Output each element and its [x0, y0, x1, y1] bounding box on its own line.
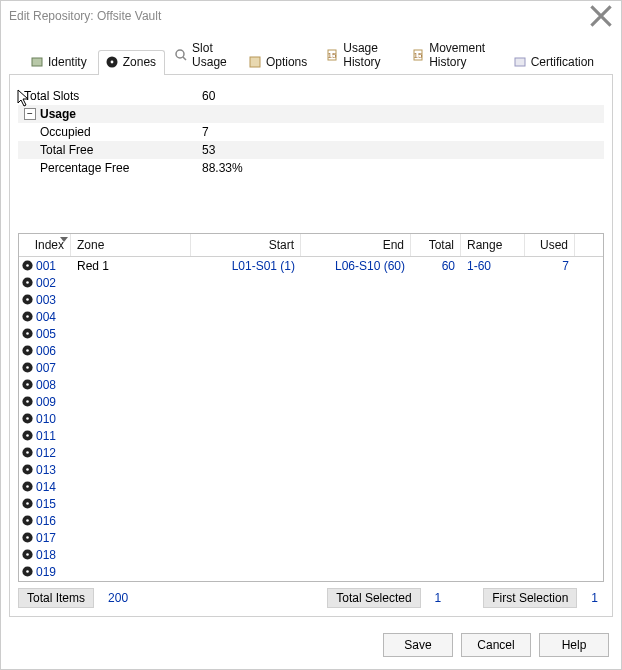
tabbar: Identity Zones Slot Usage Options 15 Usa…: [9, 31, 613, 75]
table-row[interactable]: 018: [19, 546, 603, 563]
summary-label: Percentage Free: [18, 161, 198, 175]
tab-usage-history[interactable]: 15 Usage History: [318, 36, 402, 75]
cell-index: 013: [19, 463, 71, 477]
cell-index: 004: [19, 310, 71, 324]
summary-usage-group[interactable]: − Usage: [18, 105, 604, 123]
grid-body[interactable]: 001Red 1L01-S01 (1)L06-S10 (60)601-60700…: [19, 257, 603, 581]
cell-index: 017: [19, 531, 71, 545]
usage-history-icon: 15: [325, 48, 339, 62]
cell-index: 018: [19, 548, 71, 562]
svg-point-2: [110, 61, 113, 64]
svg-text:15: 15: [414, 51, 423, 60]
cell-index: 019: [19, 565, 71, 579]
tab-label: Identity: [48, 55, 87, 69]
table-row[interactable]: 008: [19, 376, 603, 393]
cell-range: 1-60: [461, 259, 525, 273]
table-row[interactable]: 006: [19, 342, 603, 359]
summary-label: Total Slots: [18, 89, 198, 103]
summary-value: 7: [198, 125, 604, 139]
col-start[interactable]: Start: [191, 234, 301, 256]
table-row[interactable]: 016: [19, 512, 603, 529]
svg-point-38: [26, 485, 29, 488]
cancel-button[interactable]: Cancel: [461, 633, 531, 657]
col-range[interactable]: Range: [461, 234, 525, 256]
table-row[interactable]: 011: [19, 427, 603, 444]
table-row[interactable]: 001Red 1L01-S01 (1)L06-S10 (60)601-607: [19, 257, 603, 274]
window-title: Edit Repository: Offsite Vault: [9, 9, 161, 23]
tab-options[interactable]: Options: [241, 50, 316, 75]
table-row[interactable]: 013: [19, 461, 603, 478]
cell-index: 003: [19, 293, 71, 307]
cell-index: 011: [19, 429, 71, 443]
tab-label: Zones: [123, 55, 156, 69]
cell-index: 002: [19, 276, 71, 290]
status-value: 1: [585, 589, 604, 607]
table-row[interactable]: 015: [19, 495, 603, 512]
tab-certification[interactable]: Certification: [506, 50, 603, 75]
help-button[interactable]: Help: [539, 633, 609, 657]
edit-repository-window: Edit Repository: Offsite Vault Identity …: [0, 0, 622, 670]
close-icon[interactable]: [589, 4, 613, 28]
tab-identity[interactable]: Identity: [23, 50, 96, 75]
summary-value: 60: [198, 89, 604, 103]
tree-collapse-icon[interactable]: −: [24, 108, 36, 120]
col-zone[interactable]: Zone: [71, 234, 191, 256]
col-index[interactable]: Index: [19, 234, 71, 256]
table-row[interactable]: 020: [19, 580, 603, 581]
summary-total-free: Total Free 53: [18, 141, 604, 159]
movement-history-icon: 15: [411, 48, 425, 62]
svg-rect-0: [32, 58, 42, 66]
titlebar: Edit Repository: Offsite Vault: [1, 1, 621, 31]
tab-movement-history[interactable]: 15 Movement History: [404, 36, 503, 75]
tab-label: Certification: [531, 55, 594, 69]
table-row[interactable]: 019: [19, 563, 603, 580]
table-row[interactable]: 004: [19, 308, 603, 325]
svg-point-22: [26, 349, 29, 352]
cell-index: 009: [19, 395, 71, 409]
svg-rect-10: [515, 58, 525, 66]
svg-point-36: [26, 468, 29, 471]
tab-zones[interactable]: Zones: [98, 50, 165, 75]
table-row[interactable]: 012: [19, 444, 603, 461]
svg-point-42: [26, 519, 29, 522]
summary-table: Total Slots 60 − Usage Occupied 7 Total …: [18, 87, 604, 177]
table-row[interactable]: 014: [19, 478, 603, 495]
svg-point-18: [26, 315, 29, 318]
dialog-buttons: Save Cancel Help: [1, 625, 621, 669]
summary-label: Occupied: [18, 125, 198, 139]
cell-index: 001: [19, 259, 71, 273]
cell-zone: Red 1: [71, 259, 191, 273]
summary-usage-label: Usage: [40, 107, 76, 121]
tab-slot-usage[interactable]: Slot Usage: [167, 36, 239, 75]
summary-value: 88.33%: [198, 161, 604, 175]
cell-index: 007: [19, 361, 71, 375]
table-row[interactable]: 005: [19, 325, 603, 342]
cell-index: 014: [19, 480, 71, 494]
cell-start: L01-S01 (1): [191, 259, 301, 273]
save-button[interactable]: Save: [383, 633, 453, 657]
table-row[interactable]: 003: [19, 291, 603, 308]
grid-header: Index Zone Start End Total Range Used: [19, 234, 603, 257]
summary-percentage-free: Percentage Free 88.33%: [18, 159, 604, 177]
table-row[interactable]: 007: [19, 359, 603, 376]
summary-occupied: Occupied 7: [18, 123, 604, 141]
status-label: Total Selected: [327, 588, 420, 608]
svg-point-26: [26, 383, 29, 386]
svg-point-16: [26, 298, 29, 301]
col-total[interactable]: Total: [411, 234, 461, 256]
table-row[interactable]: 002: [19, 274, 603, 291]
slot-usage-icon: [174, 48, 188, 62]
zones-icon: [105, 55, 119, 69]
table-row[interactable]: 010: [19, 410, 603, 427]
table-row[interactable]: 009: [19, 393, 603, 410]
table-row[interactable]: 017: [19, 529, 603, 546]
col-end[interactable]: End: [301, 234, 411, 256]
svg-point-30: [26, 417, 29, 420]
cell-index: 005: [19, 327, 71, 341]
svg-line-4: [183, 57, 186, 60]
col-used[interactable]: Used: [525, 234, 575, 256]
cell-index: 006: [19, 344, 71, 358]
cell-index: 016: [19, 514, 71, 528]
tab-label: Options: [266, 55, 307, 69]
tab-label: Slot Usage: [192, 41, 230, 69]
